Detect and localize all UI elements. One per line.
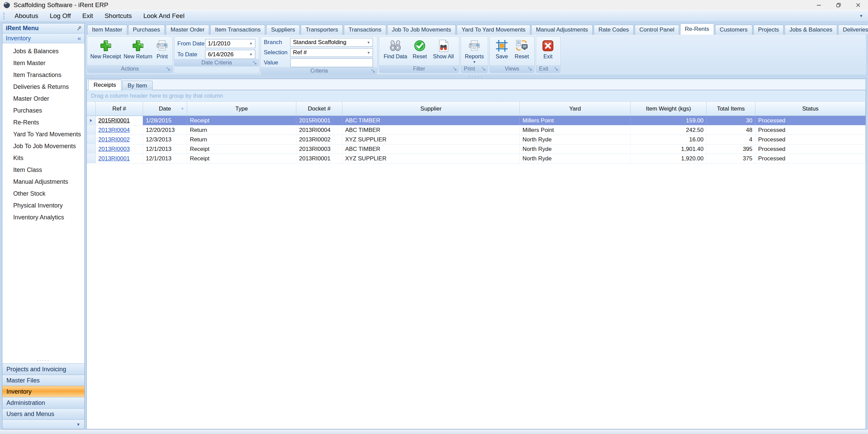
new-return-button[interactable]: New Return [122, 38, 154, 65]
table-row[interactable]: 2013RI000112/1/2013Receipt2013RI0001XYZ … [87, 154, 866, 163]
nav-group-administration[interactable]: Administration [2, 397, 84, 408]
menu-item-shortcuts[interactable]: Shortcuts [99, 11, 137, 21]
new-receipt-button[interactable]: New Receipt [90, 38, 122, 65]
nav-group-projects-and-invoicing[interactable]: Projects and Invoicing [2, 363, 84, 375]
ref-link[interactable]: 2013RI0001 [98, 155, 130, 162]
close-button[interactable] [848, 0, 868, 10]
sidebar-item-inventory-analytics[interactable]: Inventory Analytics [2, 212, 84, 223]
ref-link[interactable]: 2013RI0004 [98, 127, 130, 134]
tab-control-panel[interactable]: Control Panel [635, 25, 679, 35]
sidebar-item-purchases[interactable]: Purchases [2, 105, 84, 117]
doc-tab-receipts[interactable]: Receipts [88, 80, 121, 90]
dialog-launcher-icon[interactable] [452, 66, 457, 72]
sidebar-item-kits[interactable]: Kits [2, 152, 84, 164]
column-header-yard[interactable]: Yard [520, 102, 631, 116]
tab-transporters[interactable]: Transporters [301, 25, 343, 35]
sidebar-item-job-to-job-movements[interactable]: Job To Job Movements [2, 140, 84, 152]
find-data-button[interactable]: Find Data [381, 38, 410, 65]
dialog-launcher-icon[interactable] [252, 60, 257, 65]
tab-transactions[interactable]: Transactions [344, 25, 386, 35]
tab-jobs-balances[interactable]: Jobs & Balances [785, 25, 837, 35]
filter-reset-button[interactable]: Reset [410, 38, 430, 65]
sidebar-item-jobs-balances[interactable]: Jobs & Balances [2, 45, 84, 57]
sidebar-item-manual-adjustments[interactable]: Manual Adjustments [2, 176, 84, 188]
from-date-input[interactable]: 1/1/2010 ▼ [205, 39, 255, 48]
save-view-button[interactable]: Save [492, 38, 512, 65]
table-row[interactable]: 2013RI000412/20/2013Return2013RI0004ABC … [87, 125, 866, 135]
to-date-input[interactable]: 6/14/2026 ▼ [205, 50, 255, 59]
column-header-supplier[interactable]: Supplier [342, 102, 520, 116]
nav-group-users-and-menus[interactable]: Users and Menus [2, 408, 84, 419]
tab-rate-codes[interactable]: Rate Codes [594, 25, 634, 35]
sidebar-item-other-stock[interactable]: Other Stock [2, 188, 84, 200]
dialog-launcher-icon[interactable] [166, 66, 171, 72]
minimize-button[interactable] [809, 0, 829, 10]
tab-manual-adjustments[interactable]: Manual Adjustments [531, 25, 593, 35]
chevron-down-icon[interactable]: ▼ [247, 42, 253, 45]
ref-link[interactable]: 2013RI0003 [98, 146, 130, 153]
chevron-down-icon[interactable]: ▼ [365, 41, 370, 44]
sidebar-overflow[interactable]: ▼ [2, 419, 84, 429]
chevron-down-icon[interactable]: ▼ [365, 51, 370, 55]
menu-grip-icon[interactable] [3, 13, 5, 19]
table-row[interactable]: 2013RI000212/3/2013Return2013RI0002XYZ S… [87, 135, 866, 144]
sidebar-item-deliveries-returns[interactable]: Deliveries & Returns [2, 81, 84, 93]
sidebar-item-item-master[interactable]: Item Master [2, 57, 84, 69]
column-header-item-weight-kgs[interactable]: Item Weight (kgs) [631, 102, 707, 116]
table-row[interactable]: 2013RI000312/1/2013Receipt2013RI0003ABC … [87, 144, 866, 154]
sidebar-item-master-order[interactable]: Master Order [2, 93, 84, 105]
tab-item-master[interactable]: Item Master [87, 25, 127, 35]
column-header-docket[interactable]: Docket # [296, 102, 342, 116]
menu-item-aboutus[interactable]: Aboutus [9, 11, 44, 21]
menu-item-exit[interactable]: Exit [77, 11, 99, 21]
tab-customers[interactable]: Customers [715, 25, 752, 35]
exit-button[interactable]: Exit [538, 38, 557, 65]
column-header-status[interactable]: Status [755, 102, 866, 116]
sidebar-item-yard-to-yard-movements[interactable]: Yard To Yard Movements [2, 129, 84, 140]
value-input[interactable] [290, 58, 373, 67]
ref-link[interactable]: 2013RI0002 [98, 136, 130, 143]
group-by-bar[interactable]: Drag a column header here to group by th… [87, 90, 866, 102]
sidebar-item-item-transactions[interactable]: Item Transactions [2, 69, 84, 81]
menu-item-look-and-feel[interactable]: Look And Feel [138, 11, 190, 21]
dialog-launcher-icon[interactable] [554, 66, 559, 72]
doc-tab-by-item[interactable]: By Item [122, 81, 153, 90]
table-row[interactable]: 2015RI00011/28/2015Receipt2015RI0001ABC … [87, 116, 866, 125]
column-header-type[interactable]: Type [187, 102, 296, 116]
collapse-icon[interactable]: « [77, 35, 81, 42]
sidebar-item-re-rents[interactable]: Re-Rents [2, 117, 84, 129]
column-header-total-items[interactable]: Total Items [707, 102, 755, 116]
selection-select[interactable]: Ref # ▼ [290, 48, 373, 57]
menubar-overflow-icon[interactable]: ▼ [859, 14, 865, 18]
nav-group-inventory[interactable]: Inventory [2, 386, 84, 397]
sidebar-item-physical-inventory[interactable]: Physical Inventory [2, 200, 84, 212]
show-all-button[interactable]: Show All [430, 38, 457, 65]
reports-button[interactable]: Reports ▼ [463, 38, 486, 65]
sidebar-section-header[interactable]: Inventory « [2, 34, 84, 43]
sidebar-splitter-handle[interactable]: ····· [2, 359, 84, 363]
tab-projects[interactable]: Projects [753, 25, 784, 35]
print-button[interactable]: Print [154, 38, 170, 65]
tab-job-to-job-movements[interactable]: Job To Job Movements [387, 25, 456, 35]
reset-view-button[interactable]: Reset [512, 38, 532, 65]
tab-deliveries-returns[interactable]: Deliveries & Returns [838, 25, 868, 35]
tab-re-rents[interactable]: Re-Rents [680, 23, 714, 35]
column-header-date[interactable]: Date▼ [143, 102, 187, 116]
chevron-down-icon[interactable]: ▼ [247, 53, 253, 56]
tab-purchases[interactable]: Purchases [128, 25, 165, 35]
dialog-launcher-icon[interactable] [528, 66, 533, 72]
tab-suppliers[interactable]: Suppliers [266, 25, 300, 35]
dialog-launcher-icon[interactable] [481, 66, 486, 72]
tab-item-transactions[interactable]: Item Transactions [210, 25, 265, 35]
nav-group-master-files[interactable]: Master Files [2, 375, 84, 386]
tab-yard-to-yard-movements[interactable]: Yard To Yard Movements [457, 25, 530, 35]
ref-link[interactable]: 2015RI0001 [98, 117, 130, 124]
ribbon-splitter-handle[interactable]: ····· [86, 75, 866, 79]
pin-icon[interactable] [76, 26, 82, 31]
column-header-ref[interactable]: Ref # [96, 102, 143, 116]
branch-select[interactable]: Standard Scaffolding ▼ [290, 38, 373, 47]
sidebar-item-item-class[interactable]: Item Class [2, 164, 84, 176]
dialog-launcher-icon[interactable] [371, 68, 376, 74]
menu-item-log-off[interactable]: Log Off [44, 11, 77, 21]
restore-button[interactable] [829, 0, 848, 10]
